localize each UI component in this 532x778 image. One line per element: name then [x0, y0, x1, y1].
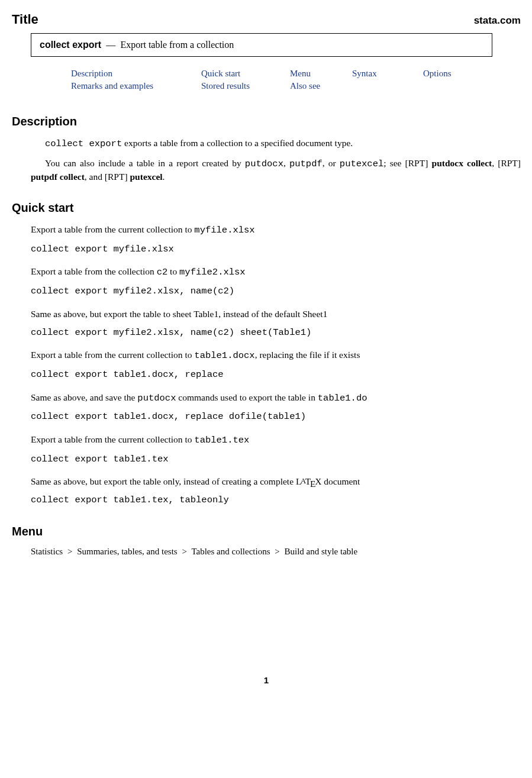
qs-entry-4: Export a table from the current collecti… [31, 348, 521, 381]
qs7-cmd: collect export table1.tex, tableonly [31, 494, 521, 507]
qs5-d4: table1.do [318, 393, 367, 403]
qs6-cmd: collect export table1.tex [31, 453, 521, 466]
toc-options[interactable]: Options [423, 69, 452, 78]
qs5-d1: Same as above, and save the [31, 392, 137, 402]
section-menu-heading: Menu [12, 525, 521, 538]
qs5-d3: commands used to export the table in [176, 392, 317, 402]
menu-sep1: > [65, 547, 75, 556]
desc2-e: , or [323, 158, 340, 168]
desc2-n: ] [518, 158, 521, 168]
menu-p1: Statistics [31, 547, 63, 556]
qs3-cmd: collect export myfile2.xlsx, name(c2) sh… [31, 327, 521, 340]
desc2-m: RPT [501, 158, 517, 168]
toc-stored[interactable]: Stored results [201, 81, 250, 91]
qs7-d1: Same as above, but export the table only… [31, 476, 296, 486]
quickstart-body: Export a table from the current collecti… [31, 223, 521, 507]
toc-syntax[interactable]: Syntax [352, 69, 377, 78]
page-number: 1 [12, 675, 521, 685]
command-subtitle: Export table from a collection [120, 40, 234, 50]
command-name: collect export [40, 40, 101, 50]
menu-path: Statistics > Summaries, tables, and test… [31, 547, 521, 557]
qs4-d3: , replacing the file if it exists [255, 350, 360, 360]
section-description-heading: Description [12, 115, 521, 128]
qs5-d2: putdocx [137, 393, 176, 403]
link-putexcel[interactable]: putexcel [130, 172, 163, 182]
desc2-p: , and [ [85, 172, 108, 182]
menu-sep3: > [272, 547, 282, 556]
qs-entry-3: Same as above, but export the table to s… [31, 308, 521, 339]
desc2-r: ] [124, 172, 130, 182]
command-dash: — [104, 40, 118, 50]
desc2-a: You can also include a table in a report… [45, 158, 245, 168]
qs2-d2: c2 [157, 267, 168, 277]
toc-description[interactable]: Description [71, 69, 112, 78]
desc2-q: RPT [108, 172, 124, 182]
desc2-t: . [163, 172, 165, 182]
menu-p4: Build and style table [284, 547, 357, 556]
desc2-g: ; see [383, 158, 405, 168]
qs1-d1: Export a table from the current collecti… [31, 224, 194, 234]
toc-quickstart[interactable]: Quick start [201, 69, 240, 78]
qs2-d1: Export a table from the collection [31, 266, 157, 276]
qs2-cmd: collect export myfile2.xlsx, name(c2) [31, 285, 521, 298]
latex-logo: LATEX [296, 476, 322, 486]
qs6-d2: table1.tex [194, 435, 249, 446]
page-title: Title [12, 12, 38, 27]
qs4-d2: table1.docx [194, 350, 254, 361]
qs-entry-2: Export a table from the collection c2 to… [31, 265, 521, 298]
description-body: collect export exports a table from a co… [31, 137, 521, 183]
desc2-i: RPT [408, 158, 425, 168]
link-putdocx-collect[interactable]: putdocx collect [432, 158, 492, 168]
desc2-f: putexcel [340, 159, 383, 169]
qs2-d3: to [167, 266, 179, 276]
qs-entry-1: Export a table from the current collecti… [31, 223, 521, 256]
qs6-d1: Export a table from the current collecti… [31, 434, 194, 444]
qs-entry-6: Export a table from the current collecti… [31, 433, 521, 466]
qs4-d1: Export a table from the current collecti… [31, 350, 194, 360]
menu-p3: Tables and collections [191, 547, 270, 556]
toc-remarks[interactable]: Remarks and examples [71, 81, 153, 91]
qs-entry-7: Same as above, but export the table only… [31, 475, 521, 506]
desc-text: exports a table from a collection to a s… [122, 138, 353, 148]
link-putpdf-collect[interactable]: putpdf collect [31, 172, 85, 182]
title-box: collect export — Export table from a col… [31, 33, 492, 57]
section-quickstart-heading: Quick start [12, 201, 521, 215]
menu-sep2: > [179, 547, 189, 556]
qs1-cmd: collect export myfile.xlsx [31, 243, 521, 256]
desc2-j: ] [425, 158, 431, 168]
site-link[interactable]: stata.com [474, 15, 521, 27]
qs2-d4: myfile2.xlsx [179, 267, 246, 277]
qs3-d1: Same as above, but export the table to s… [31, 309, 327, 319]
qs5-cmd: collect export table1.docx, replace dofi… [31, 411, 521, 424]
toc-menu[interactable]: Menu [290, 69, 311, 78]
qs-entry-5: Same as above, and save the putdocx comm… [31, 391, 521, 424]
desc2-b: putdocx [245, 159, 283, 169]
qs1-d2: myfile.xlsx [194, 225, 254, 235]
menu-p2: Summaries, tables, and tests [77, 547, 178, 556]
toc: Description Quick start Menu Syntax Opti… [71, 69, 521, 91]
desc2-l: , [ [492, 158, 501, 168]
qs7-d3: document [321, 476, 360, 486]
toc-alsosee[interactable]: Also see [290, 81, 320, 91]
desc2-c: , [283, 158, 289, 168]
desc-cmd: collect export [45, 138, 122, 149]
qs4-cmd: collect export table1.docx, replace [31, 369, 521, 382]
desc2-d: putpdf [289, 159, 323, 169]
